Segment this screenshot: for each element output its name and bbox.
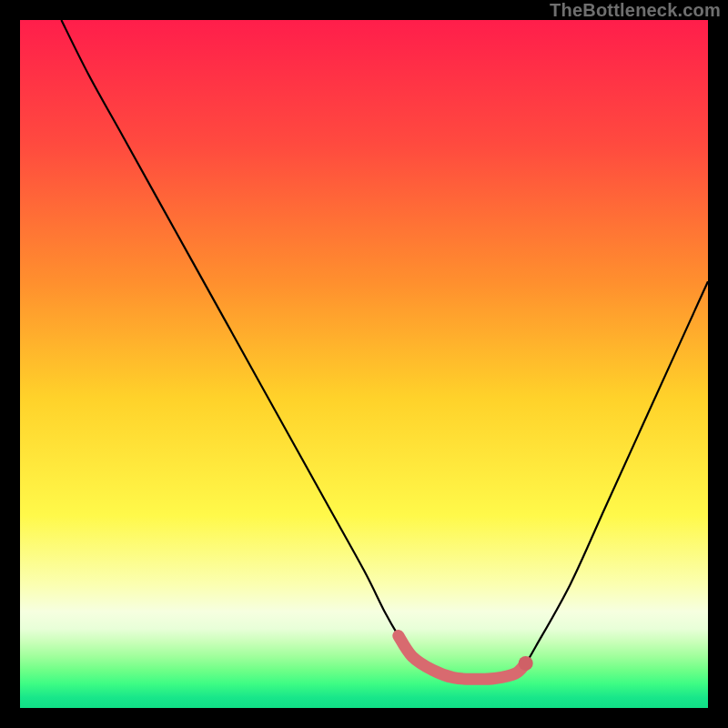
bottleneck-chart [20,20,708,708]
attribution-label: TheBottleneck.com [550,0,721,21]
plot-area [20,20,708,708]
outer-frame: TheBottleneck.com [0,0,728,728]
gradient-background [20,20,708,708]
threshold-dot [519,656,533,671]
